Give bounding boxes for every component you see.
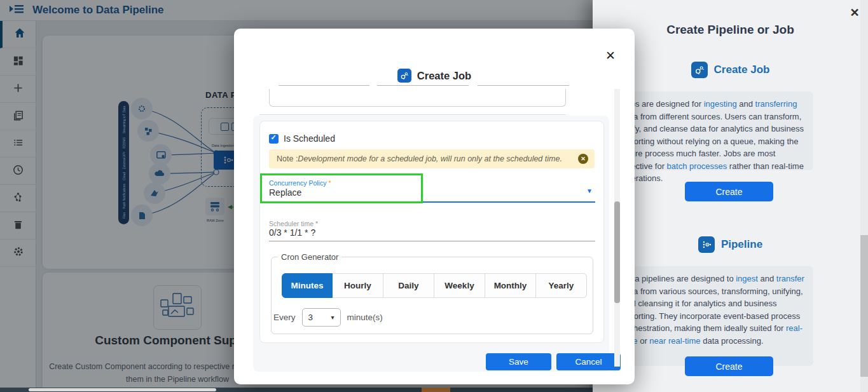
note-prefix: Note :: [277, 154, 298, 163]
tab-hourly[interactable]: Hourly: [333, 273, 383, 298]
pipeline-icon: [698, 236, 715, 253]
job-icon: [397, 69, 411, 83]
tab-minutes[interactable]: Minutes: [282, 273, 333, 298]
note-close-icon[interactable]: ✕: [578, 154, 588, 164]
description-textarea[interactable]: [269, 89, 566, 107]
scheduler-time-underline: [269, 241, 595, 241]
job-description: Jobs are designed for ingesting and tran…: [614, 91, 813, 170]
minutes-select[interactable]: 3 ▾: [302, 308, 341, 327]
inline-link[interactable]: ingesting: [704, 99, 737, 109]
section-divider: [259, 114, 566, 115]
create-pipeline-button[interactable]: Create: [685, 356, 773, 376]
modal-title-row: Create Job: [234, 69, 635, 83]
tab-daily[interactable]: Daily: [383, 273, 434, 298]
tab-weekly[interactable]: Weekly: [434, 273, 485, 298]
note-banner: Note : Development mode for a scheduled …: [269, 149, 595, 168]
horizontal-scrollbar[interactable]: [0, 388, 593, 392]
cancel-button[interactable]: Cancel: [556, 353, 621, 370]
scheduler-time-input[interactable]: 0/3 * 1/1 * ?: [269, 227, 315, 238]
close-icon[interactable]: ✕: [603, 48, 618, 63]
modal-title: Create Job: [417, 70, 471, 82]
create-job-button[interactable]: Create: [685, 182, 773, 201]
save-button[interactable]: Save: [486, 353, 551, 370]
field-underline: [279, 85, 369, 86]
scrollbar-orange-marker: [422, 388, 450, 392]
job-heading-label: Create Job: [714, 64, 770, 76]
concurrency-policy-underline: [269, 201, 595, 203]
minutes-select-value: 3: [308, 313, 313, 322]
pipeline-description: Data pipelines are designed to ingest an…: [614, 266, 813, 366]
concurrency-policy-label-text: Concurrency Policy: [269, 179, 326, 187]
note-text: Development mode for a scheduled job, wi…: [298, 154, 562, 163]
concurrency-policy-select[interactable]: Replace: [269, 187, 301, 198]
required-asterisk: *: [328, 179, 331, 187]
job-icon: [691, 62, 708, 78]
panel-scrollbar-thumb[interactable]: [860, 235, 868, 377]
inline-link[interactable]: near real-time: [649, 336, 700, 346]
cron-tabs: Minutes Hourly Daily Weekly Monthly Year…: [282, 273, 587, 298]
scheduler-time-label: Scheduler time *: [269, 220, 318, 227]
tab-monthly[interactable]: Monthly: [485, 273, 536, 298]
modal-scrollbar-thumb[interactable]: [614, 201, 620, 303]
concurrency-policy-label: Concurrency Policy *: [269, 179, 331, 187]
inline-link[interactable]: ingest: [736, 274, 758, 283]
horizontal-scrollbar-thumb[interactable]: [29, 388, 216, 391]
every-minutes-row: Every 3 ▾ minute(s): [273, 308, 383, 327]
is-scheduled-checkbox[interactable]: [269, 134, 279, 144]
field-underline: [377, 85, 469, 86]
dropdown-caret-icon[interactable]: ▼: [586, 187, 593, 194]
inline-link[interactable]: transferring: [755, 99, 797, 109]
inline-link[interactable]: transfer: [776, 274, 804, 283]
minutes-unit-label: minute(s): [347, 313, 383, 322]
pipeline-heading-label: Pipeline: [721, 238, 762, 251]
every-label: Every: [273, 313, 296, 322]
inline-link[interactable]: batch processes: [667, 161, 727, 171]
is-scheduled-label: Is Scheduled: [284, 133, 335, 144]
cron-generator-legend: Cron Generator: [278, 252, 341, 262]
is-scheduled-row: Is Scheduled: [269, 133, 335, 144]
tab-yearly[interactable]: Yearly: [536, 273, 587, 298]
field-underline: [478, 85, 569, 86]
create-job-modal: ✕ Create Job Is Scheduled Note : Develop…: [234, 29, 635, 384]
chevron-down-icon: ▾: [331, 314, 334, 321]
